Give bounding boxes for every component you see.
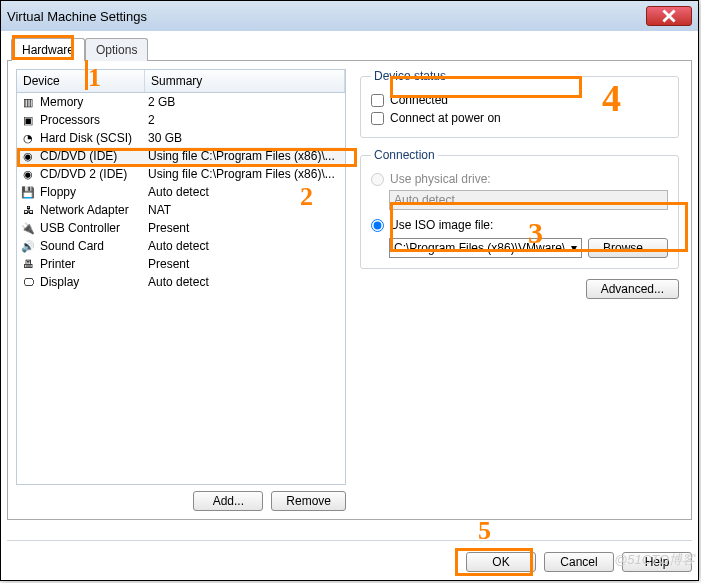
device-summary: NAT (148, 203, 342, 217)
cpu-icon: ▣ (20, 112, 36, 128)
connection-group: Connection Use physical drive: Auto dete… (360, 148, 679, 269)
device-name: Sound Card (40, 239, 148, 253)
close-button[interactable] (646, 6, 692, 26)
remove-button[interactable]: Remove (271, 491, 346, 511)
tab-options[interactable]: Options (85, 38, 148, 61)
device-detail: Device status Connected Connect at power… (356, 69, 683, 511)
device-name: Printer (40, 257, 148, 271)
device-row-sound-card[interactable]: 🔊Sound CardAuto detect (17, 237, 345, 255)
device-name: Floppy (40, 185, 148, 199)
net-icon: 🖧 (20, 202, 36, 218)
device-row-cd-dvd-2-ide-[interactable]: ◉CD/DVD 2 (IDE)Using file C:\Program Fil… (17, 165, 345, 183)
device-name: Network Adapter (40, 203, 148, 217)
usb-icon: 🔌 (20, 220, 36, 236)
dropdown-caret-icon[interactable]: ▾ (571, 241, 577, 255)
client-area: Hardware Options Device Summary ▥Memory2… (1, 31, 698, 526)
connect-power-label: Connect at power on (390, 111, 501, 125)
device-row-memory[interactable]: ▥Memory2 GB (17, 93, 345, 111)
connect-power-checkbox[interactable] (371, 112, 384, 125)
device-name: Memory (40, 95, 148, 109)
iso-radio[interactable] (371, 219, 384, 232)
sound-icon: 🔊 (20, 238, 36, 254)
close-icon (662, 9, 676, 23)
device-name: Hard Disk (SCSI) (40, 131, 148, 145)
iso-path-text: C:\Program Files (x86)\VMware\ (394, 241, 565, 255)
cancel-button[interactable]: Cancel (544, 552, 614, 572)
device-summary: Present (148, 257, 342, 271)
ok-button[interactable]: OK (466, 552, 536, 572)
device-status-legend: Device status (371, 69, 449, 83)
iso-row[interactable]: Use ISO image file: (371, 216, 668, 234)
device-summary: 2 GB (148, 95, 342, 109)
cd-icon: ◉ (20, 166, 36, 182)
iso-input-row: C:\Program Files (x86)\VMware\▾ Browse..… (371, 238, 668, 258)
column-header-device[interactable]: Device (17, 70, 145, 92)
device-summary: Auto detect (148, 185, 342, 199)
iso-label: Use ISO image file: (390, 218, 493, 232)
settings-window: Virtual Machine Settings Hardware Option… (0, 0, 699, 581)
dialog-footer: OK Cancel Help (7, 540, 692, 574)
physical-drive-row: Use physical drive: (371, 170, 668, 188)
device-row-processors[interactable]: ▣Processors2 (17, 111, 345, 129)
device-row-usb-controller[interactable]: 🔌USB ControllerPresent (17, 219, 345, 237)
device-summary: Auto detect (148, 239, 342, 253)
window-title: Virtual Machine Settings (7, 9, 147, 24)
device-list-buttons: Add... Remove (16, 491, 346, 511)
help-button[interactable]: Help (622, 552, 692, 572)
device-name: Processors (40, 113, 148, 127)
device-row-hard-disk-scsi-[interactable]: ◔Hard Disk (SCSI)30 GB (17, 129, 345, 147)
floppy-icon: 💾 (20, 184, 36, 200)
connected-label: Connected (390, 93, 448, 107)
device-row-display[interactable]: 🖵DisplayAuto detect (17, 273, 345, 291)
tab-hardware[interactable]: Hardware (11, 38, 85, 61)
device-row-floppy[interactable]: 💾FloppyAuto detect (17, 183, 345, 201)
disk-icon: ◔ (20, 130, 36, 146)
advanced-button[interactable]: Advanced... (586, 279, 679, 299)
device-summary: Using file C:\Program Files (x86)\... (148, 167, 342, 181)
physical-drive-radio (371, 173, 384, 186)
printer-icon: 🖶 (20, 256, 36, 272)
connection-legend: Connection (371, 148, 438, 162)
browse-button[interactable]: Browse... (588, 238, 668, 258)
device-name: USB Controller (40, 221, 148, 235)
column-header-summary[interactable]: Summary (145, 70, 345, 92)
iso-path-input[interactable]: C:\Program Files (x86)\VMware\▾ (389, 238, 582, 258)
device-summary: Using file C:\Program Files (x86)\... (148, 149, 342, 163)
device-list[interactable]: ▥Memory2 GB▣Processors2◔Hard Disk (SCSI)… (16, 93, 346, 485)
device-row-cd-dvd-ide-[interactable]: ◉CD/DVD (IDE)Using file C:\Program Files… (17, 147, 345, 165)
memory-icon: ▥ (20, 94, 36, 110)
physical-drive-combo: Auto detect (389, 190, 668, 210)
tab-strip: Hardware Options (7, 37, 692, 60)
connected-row[interactable]: Connected (371, 91, 668, 109)
titlebar: Virtual Machine Settings (1, 1, 698, 31)
tab-panel: Device Summary ▥Memory2 GB▣Processors2◔H… (7, 60, 692, 520)
add-button[interactable]: Add... (193, 491, 263, 511)
connected-checkbox[interactable] (371, 94, 384, 107)
device-list-header: Device Summary (16, 69, 346, 93)
device-summary: Present (148, 221, 342, 235)
device-summary: 30 GB (148, 131, 342, 145)
display-icon: 🖵 (20, 274, 36, 290)
physical-drive-label: Use physical drive: (390, 172, 491, 186)
device-status-group: Device status Connected Connect at power… (360, 69, 679, 138)
device-name: Display (40, 275, 148, 289)
device-row-network-adapter[interactable]: 🖧Network AdapterNAT (17, 201, 345, 219)
cd-icon: ◉ (20, 148, 36, 164)
connect-power-row[interactable]: Connect at power on (371, 109, 668, 127)
device-column: Device Summary ▥Memory2 GB▣Processors2◔H… (16, 69, 346, 511)
device-name: CD/DVD (IDE) (40, 149, 148, 163)
device-summary: Auto detect (148, 275, 342, 289)
device-name: CD/DVD 2 (IDE) (40, 167, 148, 181)
device-summary: 2 (148, 113, 342, 127)
device-row-printer[interactable]: 🖶PrinterPresent (17, 255, 345, 273)
